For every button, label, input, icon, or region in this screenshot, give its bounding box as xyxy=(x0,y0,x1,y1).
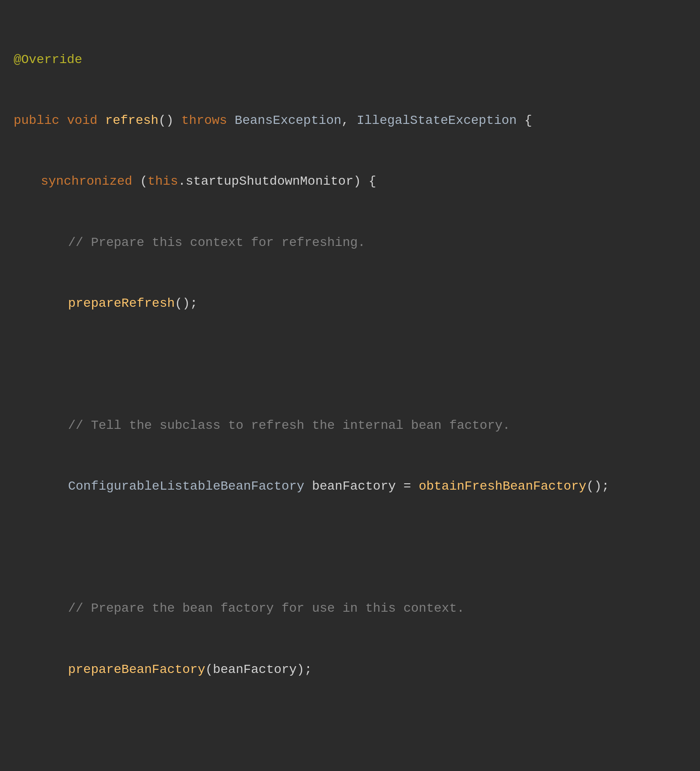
comment-subclass-refresh: // Tell the subclass to refresh the inte… xyxy=(14,416,686,436)
synchronized-line: synchronized (this.startupShutdownMonito… xyxy=(14,172,686,192)
empty-line-2 xyxy=(14,538,686,558)
empty-line-3 xyxy=(14,721,686,741)
method-signature-line: public void refresh() throws BeansExcept… xyxy=(14,111,686,131)
code-container: @Override public void refresh() throws B… xyxy=(14,9,686,771)
empty-line-1 xyxy=(14,355,686,375)
comment-prepare-bean-factory: // Prepare the bean factory for use in t… xyxy=(14,599,686,619)
stmt-bean-factory: ConfigurableListableBeanFactory beanFact… xyxy=(14,476,686,497)
annotation-line: @Override xyxy=(14,50,686,70)
stmt-prepare-bean-factory: prepareBeanFactory(beanFactory); xyxy=(14,660,686,680)
comment-prepare-context: // Prepare this context for refreshing. xyxy=(14,233,686,253)
stmt-prepare-refresh: prepareRefresh(); xyxy=(14,294,686,314)
